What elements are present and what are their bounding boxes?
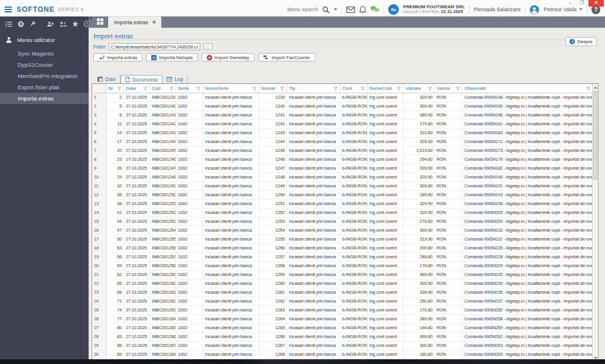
- column-header[interactable]: NumeCont: [367, 84, 404, 93]
- column-header[interactable]: Observatii: [463, 84, 593, 93]
- filter-funnel-icon[interactable]: [360, 86, 365, 91]
- browse-button[interactable]: ...: [203, 43, 213, 50]
- apps-grid-icon[interactable]: [97, 18, 103, 25]
- table-row[interactable]: 133827.10.2025INBC0012511002Incasari cli…: [92, 200, 593, 209]
- user-avatar-icon[interactable]: [529, 5, 539, 15]
- table-row[interactable]: 267727.10.2025INBC0012641002Incasari cli…: [92, 315, 593, 324]
- filter-funnel-icon[interactable]: [280, 86, 285, 91]
- table-row[interactable]: 226527.10.2025INBC0012601002Incasari cli…: [92, 280, 593, 288]
- table-row[interactable]: 51427.10.2025INBC0012431002Incasari clie…: [92, 129, 593, 138]
- table-row[interactable]: 236827.10.2025INBC0012611002Incasari cli…: [92, 288, 593, 297]
- table-row[interactable]: 257427.10.2025INBC0012631002Incasari cli…: [92, 306, 593, 315]
- chat-icon[interactable]: [370, 6, 379, 13]
- filter-funnel-icon[interactable]: [252, 86, 257, 91]
- column-header[interactable]: NumeSerie: [203, 84, 259, 93]
- import-button[interactable]: Import FanCourier: [258, 53, 315, 61]
- column-header[interactable]: Cont: [340, 84, 367, 93]
- fisier-input[interactable]: [109, 43, 200, 50]
- table-row[interactable]: 278027.10.2025INBC0012651002Incasari cli…: [92, 324, 593, 333]
- column-header[interactable]: Valuta: [435, 84, 463, 93]
- table-row[interactable]: 61727.10.2025INBC0012441002Incasari clie…: [92, 138, 593, 147]
- table-row[interactable]: 123527.10.2025INBC0012501002Incasari cli…: [92, 191, 593, 200]
- table-row[interactable]: 102927.10.2025INBC0012481002Incasari cli…: [92, 173, 593, 182]
- column-header[interactable]: Tip: [287, 84, 340, 93]
- filter-funnel-icon[interactable]: [586, 86, 591, 91]
- table-row[interactable]: 82327.10.2025INBC0012461002Incasari clie…: [92, 155, 593, 164]
- mail-icon[interactable]: [346, 6, 355, 13]
- filter-funnel-icon[interactable]: [117, 86, 122, 91]
- minimize-button[interactable]: –: [565, 0, 575, 6]
- gear-icon[interactable]: [18, 21, 24, 27]
- filter-funnel-icon[interactable]: [396, 86, 401, 91]
- import-button[interactable]: Importa extras: [93, 53, 142, 61]
- table-row[interactable]: 41127.10.2025INBC0012421002Incasari clie…: [92, 120, 593, 129]
- users-group-icon[interactable]: [59, 21, 67, 27]
- table-row[interactable]: 205927.10.2025INBC0012581002Incasari cli…: [92, 262, 593, 271]
- table-row[interactable]: 144127.10.2025INBC0012521002Incasari cli…: [92, 209, 593, 217]
- scrollbar-thumb[interactable]: [593, 91, 597, 180]
- notifications-bell-icon[interactable]: [359, 6, 366, 14]
- import-button[interactable]: nImporta Netopia: [146, 53, 198, 61]
- column-header[interactable]: [92, 84, 106, 93]
- subtab-log[interactable]: Log: [162, 75, 187, 83]
- table-cell: 1253: [259, 217, 287, 226]
- column-header[interactable]: Nr: [106, 84, 124, 93]
- filter-funnel-icon[interactable]: [428, 86, 432, 91]
- search-icon[interactable]: [322, 6, 330, 14]
- company-selector[interactable]: PREMIUM FOOTWEAR SRL Depozit CENTRAL 22.…: [403, 4, 465, 15]
- filter-funnel-icon[interactable]: [456, 86, 460, 91]
- tabstrip-dropdown-icon[interactable]: [90, 17, 93, 20]
- filter-funnel-icon[interactable]: [169, 86, 174, 91]
- sidebar-item[interactable]: Importa extras: [0, 93, 89, 104]
- maximize-button[interactable]: ❐: [577, 0, 587, 6]
- table-row[interactable]: 154427.10.2025INBC0012531002Incasari cli…: [92, 217, 593, 226]
- close-button[interactable]: ✕: [588, 0, 604, 6]
- scroll-up-icon[interactable]: [594, 86, 597, 89]
- subtab-documente[interactable]: Documente: [121, 75, 162, 83]
- table-row[interactable]: 72027.10.2025INBC0012451002Incasari clie…: [92, 147, 593, 155]
- favorites-star-icon[interactable]: [72, 21, 79, 27]
- table-row[interactable]: 247127.10.2025INBC0012621002Incasari cli…: [92, 297, 593, 306]
- menu-search-label[interactable]: Menu search: [287, 6, 318, 12]
- filter-funnel-icon[interactable]: [333, 86, 338, 91]
- filter-funnel-icon[interactable]: [143, 86, 148, 91]
- table-row[interactable]: 195627.10.2025INBC0012571002Incasari cli…: [92, 253, 593, 262]
- table-row[interactable]: 185327.10.2025INBC0012561002Incasari cli…: [92, 244, 593, 253]
- table-row[interactable]: 1227.10.2025INBC0012391002Incasari clien…: [92, 93, 593, 102]
- table-row[interactable]: 288327.10.2025INBC0012661002Incasari cli…: [92, 333, 593, 342]
- sidebar-item[interactable]: DypS1Courier: [0, 59, 89, 70]
- column-header[interactable]: Valoare: [404, 84, 435, 93]
- table-row[interactable]: 113227.10.2025INBC0012491002Incasari cli…: [92, 182, 593, 191]
- table-row[interactable]: 3827.10.2025INBC0012411002Incasari clien…: [92, 111, 593, 120]
- wrench-icon[interactable]: [30, 21, 36, 27]
- os-taskbar[interactable]: [0, 359, 605, 364]
- hamburger-menu-icon[interactable]: [5, 6, 12, 12]
- table-row[interactable]: 298627.10.2025INBC0012671002Incasari cli…: [92, 342, 593, 350]
- table-row[interactable]: 92627.10.2025INBC0012471002Incasari clie…: [92, 164, 593, 173]
- subtab-date[interactable]: Date: [93, 75, 121, 83]
- column-header[interactable]: Cod: [150, 84, 176, 93]
- sidebar-item[interactable]: Export fisier plati: [0, 82, 89, 93]
- table-row[interactable]: 2527.10.2025INBC0012401002Incasari clien…: [92, 102, 593, 111]
- import-button[interactable]: Import Sameday: [201, 53, 255, 61]
- table-row[interactable]: 308927.10.2025INBC0012681002Incasari cli…: [92, 350, 593, 359]
- filter-funnel-icon[interactable]: [196, 86, 201, 91]
- tab-importa-extras[interactable]: Importa extras ✕: [108, 17, 161, 28]
- sidebar-item[interactable]: Sync Magento: [0, 48, 89, 59]
- column-header[interactable]: Serie: [176, 84, 203, 93]
- sidebar-item[interactable]: MerchantPro integration: [0, 70, 89, 82]
- list-icon[interactable]: [5, 21, 12, 27]
- table-row[interactable]: 175027.10.2025INBC0012551002Incasari cli…: [92, 235, 593, 244]
- despre-button[interactable]: i Despre: [565, 37, 597, 46]
- tab-close-icon[interactable]: ✕: [152, 20, 157, 25]
- table-row[interactable]: 164727.10.2025INBC0012541002Incasari cli…: [92, 226, 593, 235]
- payroll-period-link[interactable]: Perioada Salarizare: [474, 6, 521, 12]
- column-header[interactable]: Numar: [259, 84, 287, 93]
- vertical-scrollbar[interactable]: [592, 84, 598, 362]
- column-header[interactable]: Data: [124, 84, 150, 93]
- add-user-icon[interactable]: [47, 21, 54, 27]
- user-menu[interactable]: Petrisor Vaida: [544, 6, 583, 12]
- search-dropdown-icon[interactable]: [334, 8, 337, 11]
- import-button-icon: n: [151, 55, 157, 60]
- table-row[interactable]: 216227.10.2025INBC0012591002Incasari cli…: [92, 271, 593, 280]
